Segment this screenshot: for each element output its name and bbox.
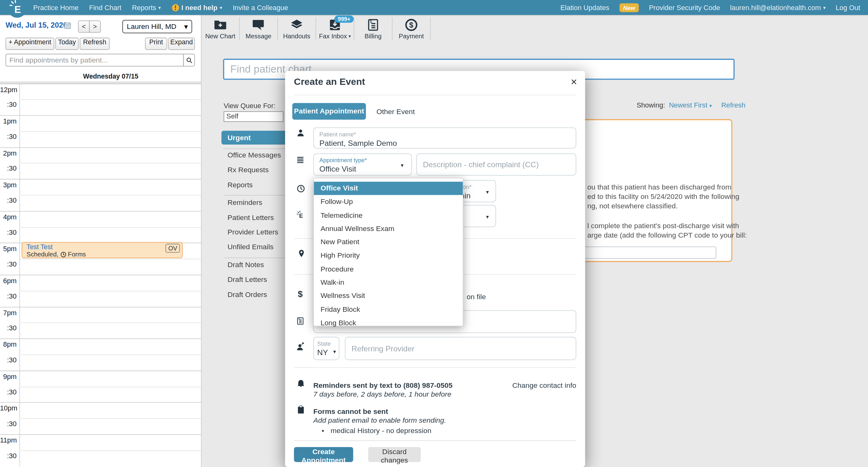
- appointment-card[interactable]: Test Test Scheduled, Forms OV: [22, 242, 183, 258]
- discard-changes-button[interactable]: Discard changes: [368, 447, 421, 462]
- calendar-slot[interactable]: [21, 275, 201, 291]
- toolbar-new-chart[interactable]: New Chart: [204, 16, 237, 41]
- calendar-slot[interactable]: [21, 435, 201, 450]
- refresh-link[interactable]: Refresh: [721, 101, 746, 109]
- calendar-slot[interactable]: [21, 132, 201, 147]
- time-label: :30: [0, 386, 20, 403]
- calendar-slot[interactable]: [21, 291, 201, 307]
- create-appointment-button[interactable]: Create Appointment: [294, 447, 353, 462]
- appointment-type-label: Appointment type*: [319, 157, 367, 164]
- calendar-slot[interactable]: [21, 180, 201, 195]
- time-label: 3pm: [0, 180, 20, 195]
- calendar-slot[interactable]: [21, 354, 201, 371]
- calendar-date[interactable]: Wed, Jul 15, 2020: [6, 21, 67, 29]
- today-button[interactable]: Today: [55, 38, 79, 50]
- calendar-slot[interactable]: [21, 211, 201, 227]
- calendar-icon[interactable]: [64, 22, 71, 30]
- calendar-slot[interactable]: [21, 116, 201, 132]
- calendar-slot[interactable]: [21, 371, 201, 386]
- sort-select[interactable]: Newest First ▾: [669, 101, 712, 109]
- dropdown-option-wellness-visit[interactable]: Wellness Visit: [314, 289, 463, 303]
- toolbar-billing[interactable]: $Billing: [356, 16, 390, 41]
- queue-item-reminders[interactable]: Reminders: [227, 198, 262, 206]
- queue-item-draft-notes[interactable]: Draft Notes: [227, 261, 264, 269]
- add-appointment-button[interactable]: + Appointment: [6, 38, 54, 50]
- queue-item-provider-letters[interactable]: Provider Letters: [227, 228, 278, 236]
- calendar-slot[interactable]: [21, 339, 201, 354]
- nav-find-chart[interactable]: Find Chart: [89, 3, 122, 11]
- dropdown-option-walk-in[interactable]: Walk-in: [314, 276, 463, 289]
- toolbar-payment[interactable]: $Payment: [395, 16, 428, 41]
- change-contact-link[interactable]: Change contact info: [512, 381, 576, 389]
- calendar-slot[interactable]: [21, 99, 201, 115]
- calendar-slot[interactable]: [21, 450, 201, 466]
- handouts-icon: [290, 18, 303, 31]
- refresh-button[interactable]: Refresh: [80, 38, 110, 50]
- dropdown-option-procedure[interactable]: Procedure: [314, 262, 463, 276]
- queue-item-patient-letters[interactable]: Patient Letters: [227, 213, 274, 221]
- dropdown-option-high-priority[interactable]: High Priority: [314, 249, 463, 262]
- calendar-slot[interactable]: [21, 403, 201, 418]
- divider: [277, 17, 278, 40]
- nav-invite-colleague[interactable]: Invite a Colleague: [233, 3, 288, 11]
- calendar-slot[interactable]: [21, 418, 201, 434]
- calendar-slot[interactable]: [21, 308, 201, 323]
- new-badge: New: [619, 3, 639, 12]
- dropdown-option-long-block[interactable]: Long Block: [314, 316, 463, 330]
- calendar-slot[interactable]: [21, 84, 201, 99]
- dropdown-option-friday-block[interactable]: Friday Block: [314, 303, 463, 317]
- time-label: :30: [0, 227, 20, 243]
- queue-item-rx-requests[interactable]: Rx Requests: [227, 166, 269, 174]
- queue-item-draft-letters[interactable]: Draft Letters: [227, 275, 267, 284]
- patient-name-field[interactable]: Patient name* Patient, Sample Demo: [313, 127, 576, 148]
- nav-user-menu[interactable]: lauren.hill@elationhealth.com▾: [730, 3, 826, 11]
- description-input[interactable]: [416, 153, 576, 176]
- dropdown-option-new-patient[interactable]: New Patient: [314, 236, 463, 249]
- tab-other-event[interactable]: Other Event: [376, 108, 415, 116]
- nav-practice-home[interactable]: Practice Home: [33, 3, 79, 11]
- calendar-slot[interactable]: [21, 227, 201, 243]
- next-day-button[interactable]: >: [89, 21, 101, 33]
- nav-need-help[interactable]: I need help ▾: [172, 3, 222, 11]
- queue-item-unfiled-emails[interactable]: Unfiled Emails: [227, 243, 273, 251]
- queue-item-draft-orders[interactable]: Draft Orders: [227, 290, 267, 298]
- nav-provider-security-code[interactable]: Provider Security Code: [649, 3, 720, 11]
- nav-elation-updates[interactable]: Elation Updates: [561, 3, 610, 11]
- queue-select[interactable]: Self: [224, 111, 283, 122]
- tab-patient-appointment[interactable]: Patient Appointment: [292, 103, 366, 120]
- toolbar-handouts[interactable]: Handouts: [280, 16, 313, 41]
- print-button[interactable]: Print: [145, 38, 167, 50]
- search-icon[interactable]: [183, 54, 195, 67]
- queue-item-reports[interactable]: Reports: [227, 180, 252, 188]
- chevron-down-icon: ▾: [486, 189, 489, 195]
- close-icon[interactable]: ✕: [570, 77, 577, 87]
- time-label: :30: [0, 450, 20, 466]
- calendar-slot[interactable]: [21, 386, 201, 403]
- dropdown-option-telemedicine[interactable]: Telemedicine: [314, 209, 463, 222]
- calendar-row: :30: [0, 227, 201, 243]
- dropdown-option-follow-up[interactable]: Follow-Up: [314, 195, 463, 209]
- dropdown-option-office-visit[interactable]: Office Visit: [314, 182, 463, 195]
- calendar-slot[interactable]: [21, 323, 201, 339]
- nav-log-out[interactable]: Log Out: [836, 3, 860, 11]
- toolbar-message[interactable]: Message: [242, 16, 275, 41]
- calendar-slot[interactable]: [21, 259, 201, 275]
- nav-reports[interactable]: Reports▾: [132, 3, 161, 11]
- appointment-search-input[interactable]: [6, 54, 184, 67]
- toolbar-fax-inbox[interactable]: 999+Fax Inbox▾: [318, 16, 352, 41]
- calendar-slot[interactable]: [21, 195, 201, 211]
- state-select[interactable]: State NY ▾: [313, 337, 339, 360]
- queue-item-office-messages[interactable]: Office Messages: [227, 150, 281, 159]
- appointment-type-select[interactable]: Appointment type* Office Visit ▾: [313, 153, 412, 176]
- elation-logo-icon[interactable]: E: [7, 0, 27, 18]
- expand-button[interactable]: Expand: [168, 38, 195, 50]
- divider: [294, 440, 576, 441]
- svg-text:$: $: [409, 21, 413, 29]
- provider-select[interactable]: Lauren Hill, MD ▾: [122, 20, 192, 33]
- dropdown-option-annual-wellness-exam[interactable]: Annual Wellness Exam: [314, 222, 463, 236]
- prev-day-button[interactable]: <: [78, 21, 90, 33]
- referring-provider-input[interactable]: [345, 337, 576, 360]
- calendar-slot[interactable]: [21, 163, 201, 179]
- calendar-slot[interactable]: [21, 148, 201, 163]
- cpt-code-input[interactable]: [582, 246, 716, 259]
